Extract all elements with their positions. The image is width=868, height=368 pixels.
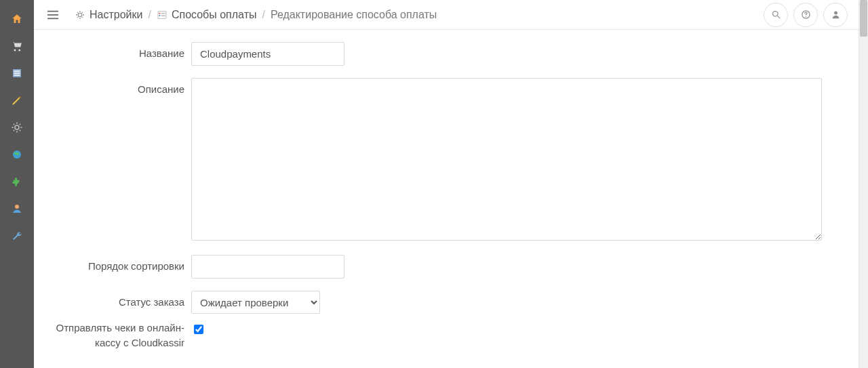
form: Название Описание Порядок сортировки Ста…: [34, 30, 859, 368]
breadcrumb-sep: /: [262, 9, 264, 21]
name-label: Название: [34, 42, 191, 61]
nav-users[interactable]: [0, 195, 34, 222]
sendcheck-label: Отправлять чеки в онлайн-кассу с Cloudka…: [34, 321, 191, 350]
hamburger-icon: [47, 10, 58, 20]
user-badge-icon: [11, 203, 23, 215]
puzzle-icon: [11, 176, 23, 188]
svg-point-16: [772, 12, 778, 17]
card-list-icon: [157, 9, 167, 21]
help-button[interactable]: [793, 3, 818, 27]
description-textarea[interactable]: [191, 78, 822, 241]
nav-modules[interactable]: [0, 168, 34, 195]
breadcrumb-settings-label: Настройки: [90, 9, 142, 21]
pencil-icon: [11, 94, 23, 106]
svg-rect-14: [159, 15, 160, 16]
svg-line-17: [777, 16, 780, 18]
globe-icon: [11, 148, 23, 161]
nav-cart[interactable]: [0, 33, 34, 60]
help-icon: [801, 9, 811, 20]
scrollbar[interactable]: [859, 0, 868, 368]
svg-rect-13: [161, 14, 165, 14]
nav-list[interactable]: [0, 60, 34, 87]
svg-point-20: [834, 12, 837, 15]
scroll-thumb[interactable]: [860, 0, 867, 37]
svg-rect-15: [161, 16, 165, 16]
sidebar: [0, 0, 34, 368]
status-select[interactable]: Ожидает проверки: [191, 291, 320, 314]
breadcrumb-current: Редактирование способа оплаты: [271, 9, 437, 21]
svg-rect-7: [47, 10, 58, 12]
description-label: Описание: [34, 78, 191, 97]
sort-label: Порядок сортировки: [34, 255, 191, 274]
nav-tools[interactable]: [0, 222, 34, 249]
breadcrumb: Настройки / Способы оплаты: [75, 9, 437, 21]
wrench-icon: [11, 230, 23, 242]
svg-point-6: [15, 205, 19, 209]
list-icon: [11, 67, 23, 79]
svg-rect-9: [47, 18, 58, 19]
svg-rect-1: [14, 70, 20, 72]
status-label: Статус заказа: [34, 291, 191, 310]
svg-point-19: [805, 16, 806, 18]
svg-point-10: [78, 14, 81, 17]
svg-point-4: [15, 125, 19, 129]
menu-toggle[interactable]: [45, 7, 61, 23]
cart-icon: [11, 40, 23, 52]
search-button[interactable]: [764, 3, 788, 27]
svg-rect-3: [14, 75, 20, 76]
svg-rect-12: [159, 13, 160, 14]
name-input[interactable]: [191, 42, 344, 66]
search-icon: [771, 9, 781, 20]
sendcheck-checkbox[interactable]: [194, 325, 203, 334]
user-icon: [831, 9, 841, 20]
breadcrumb-payments[interactable]: Способы оплаты: [157, 9, 257, 21]
breadcrumb-payments-label: Способы оплаты: [172, 9, 257, 21]
nav-globe[interactable]: [0, 141, 34, 168]
topbar: Настройки / Способы оплаты: [34, 0, 859, 30]
home-icon: [11, 13, 23, 25]
nav-settings[interactable]: [0, 114, 34, 141]
gear-icon: [75, 9, 85, 21]
breadcrumb-sep: /: [148, 9, 151, 21]
svg-rect-2: [14, 73, 20, 74]
nav-design[interactable]: [0, 87, 34, 114]
account-button[interactable]: [823, 3, 848, 27]
gear-icon: [11, 121, 23, 134]
breadcrumb-settings[interactable]: Настройки: [75, 9, 142, 21]
svg-rect-8: [47, 14, 58, 16]
sort-input[interactable]: [191, 255, 344, 279]
nav-home[interactable]: [0, 5, 34, 33]
